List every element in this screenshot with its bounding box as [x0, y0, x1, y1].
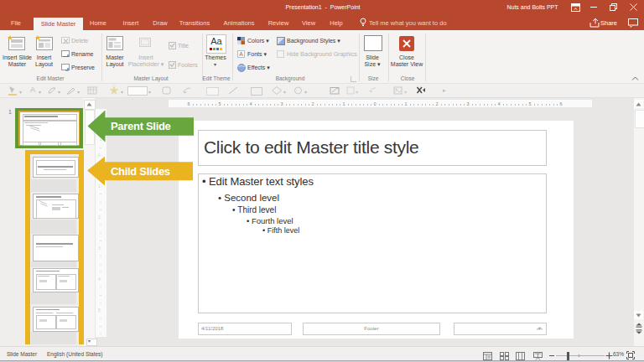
- svg-text:Parent Slide: Parent Slide: [111, 120, 171, 132]
- svg-text:A: A: [239, 51, 243, 57]
- svg-text:Child Slides: Child Slides: [111, 165, 170, 178]
